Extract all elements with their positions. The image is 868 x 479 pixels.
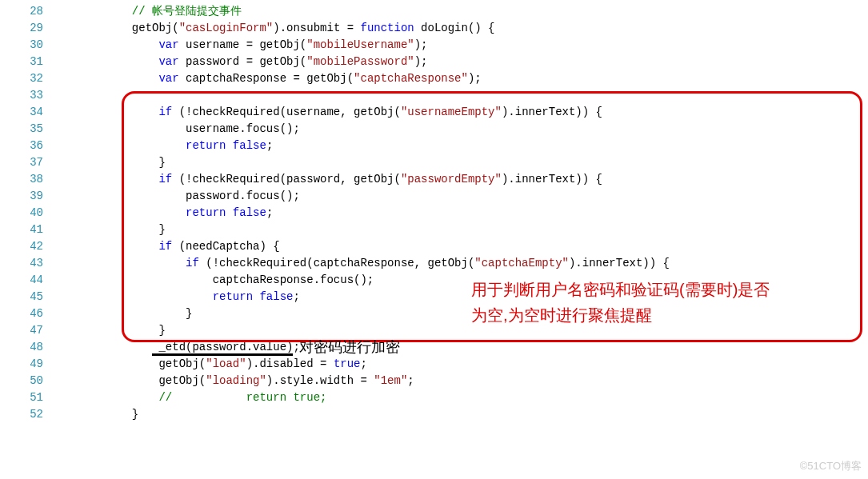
code-area[interactable]: // 帐号登陆提交事件 getObj("casLoginForm").onsub… [51,0,868,479]
line-number: 52 [0,406,43,423]
code-line[interactable] [51,87,868,104]
line-number: 29 [0,20,43,37]
code-line[interactable]: var username = getObj("mobileUsername"); [51,37,868,54]
code-line[interactable]: _etd(password.value); [51,339,868,356]
line-number: 40 [0,205,43,222]
line-number: 38 [0,171,43,188]
line-number: 43 [0,255,43,272]
line-number-gutter: 28 29 30 31 32 33 34 35 36 37 38 39 40 4… [0,0,51,479]
string-literal: "1em" [374,374,407,387]
code-line[interactable]: } [51,322,868,339]
code-line[interactable]: if (needCaptcha) { [51,238,868,255]
line-number: 37 [0,154,43,171]
string-literal: "casLoginForm" [179,22,274,34]
line-number: 32 [0,70,43,87]
code-line[interactable]: return false; [51,289,868,305]
comment: // 帐号登陆提交事件 [132,5,242,18]
keyword: if [158,173,172,186]
comment: // return true; [158,391,326,404]
code-editor[interactable]: 28 29 30 31 32 33 34 35 36 37 38 39 40 4… [0,0,868,479]
keyword: true [334,357,361,370]
line-number: 51 [0,389,43,406]
line-number: 39 [0,188,43,205]
line-number: 34 [0,104,43,121]
code-line[interactable]: // return true; [51,389,868,406]
line-number: 47 [0,322,43,339]
code-line[interactable]: getObj("casLoginForm").onsubmit = functi… [51,20,868,37]
line-number: 30 [0,37,43,54]
keyword: if [158,106,172,118]
keyword: return [186,206,226,219]
code-line[interactable]: password.focus(); [51,188,868,205]
line-number: 45 [0,289,43,305]
line-number: 44 [0,272,43,289]
keyword: function [360,22,414,34]
keyword: if [158,240,172,253]
string-literal: "captchaResponse" [354,72,468,85]
line-number: 49 [0,356,43,373]
code-line[interactable]: captchaResponse.focus(); [51,272,868,289]
line-number: 46 [0,305,43,322]
code-line[interactable]: } [51,154,868,171]
keyword: false [259,290,293,303]
code-line[interactable]: if (!checkRequired(captchaResponse, getO… [51,255,868,272]
code-line[interactable]: // 帐号登陆提交事件 [51,3,868,20]
code-line[interactable]: if (!checkRequired(password, getObj("pas… [51,171,868,188]
keyword: var [158,72,178,85]
keyword: if [186,257,199,269]
code-line[interactable]: } [51,406,868,423]
keyword: var [158,55,178,68]
string-literal: "load" [206,357,246,370]
line-number: 41 [0,222,43,238]
keyword: return [186,139,226,152]
line-number: 50 [0,373,43,389]
line-number: 31 [0,54,43,70]
string-literal: "captchaEmpty" [474,257,569,269]
code-line[interactable]: getObj("loading").style.width = "1em"; [51,373,868,389]
line-number: 42 [0,238,43,255]
keyword: return [213,290,253,303]
line-number: 36 [0,138,43,154]
line-number: 35 [0,121,43,138]
line-number: 28 [0,3,43,20]
code-line[interactable]: var password = getObj("mobilePassword"); [51,54,868,70]
string-literal: "usernameEmpty" [401,106,502,118]
code-line[interactable]: } [51,305,868,322]
string-literal: "mobileUsername" [306,38,414,51]
keyword: var [158,38,178,51]
string-literal: "mobilePassword" [306,55,414,68]
code-line[interactable]: return false; [51,138,868,154]
string-literal: "passwordEmpty" [401,173,502,186]
code-line[interactable]: return false; [51,205,868,222]
string-literal: "loading" [206,374,266,387]
line-number: 33 [0,87,43,104]
code-line[interactable]: } [51,222,868,238]
line-number: 48 [0,339,43,356]
code-line[interactable]: if (!checkRequired(username, getObj("use… [51,104,868,121]
code-line[interactable]: getObj("load").disabled = true; [51,356,868,373]
code-line[interactable]: username.focus(); [51,121,868,138]
code-line[interactable]: var captchaResponse = getObj("captchaRes… [51,70,868,87]
keyword: false [233,206,266,219]
keyword: false [233,139,266,152]
